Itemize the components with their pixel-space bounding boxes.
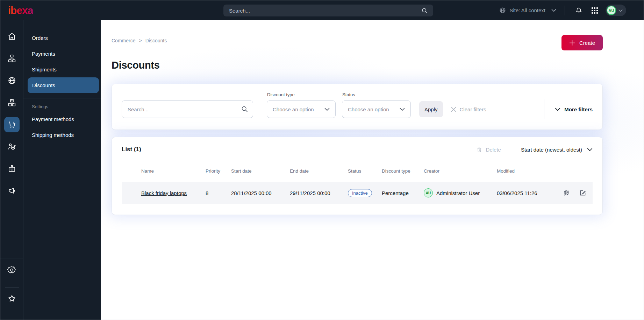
cell-modified: 03/06/2025 11:26 bbox=[497, 190, 553, 196]
clear-filters-button[interactable]: Clear filters bbox=[451, 106, 486, 112]
col-status: Status bbox=[348, 168, 382, 174]
chevron-down-icon bbox=[400, 107, 405, 111]
filters-bar: Discount type Choose an option Status Ch… bbox=[112, 84, 603, 130]
breadcrumb-commerce[interactable]: Commerce bbox=[112, 38, 135, 43]
discount-type-label: Discount type bbox=[267, 92, 295, 97]
col-modified: Modified bbox=[497, 168, 553, 174]
sidebar-item-home[interactable] bbox=[4, 29, 20, 44]
trash-icon bbox=[476, 146, 482, 153]
site-selector-label: Site: All context bbox=[509, 7, 545, 13]
ibexa-logo[interactable]: ibexa bbox=[8, 5, 33, 16]
status-label: Status bbox=[342, 92, 355, 97]
submenu-settings-label: Settings bbox=[23, 101, 101, 111]
status-value: Choose an option bbox=[348, 106, 389, 112]
filter-divider bbox=[260, 100, 260, 118]
app-grid-icon[interactable] bbox=[589, 5, 600, 16]
sidebar-item-customers[interactable] bbox=[4, 139, 20, 154]
submenu-item-shipments[interactable]: Shipments bbox=[23, 62, 101, 77]
iconbar-bottom bbox=[0, 258, 23, 320]
create-button[interactable]: Create bbox=[561, 35, 603, 50]
submenu-item-payment-methods[interactable]: Payment methods bbox=[23, 111, 101, 127]
list-title: List (1) bbox=[122, 146, 141, 153]
iconbar-divider-short bbox=[5, 287, 19, 288]
chevron-down-icon bbox=[324, 107, 330, 111]
sidebar-item-content-tree[interactable] bbox=[4, 51, 20, 66]
user-avatar: AU bbox=[607, 6, 616, 15]
table-row: Black friday laptops 8 28/11/2025 00:00 … bbox=[122, 182, 593, 204]
filter-search bbox=[122, 100, 253, 118]
col-start-date: Start date bbox=[231, 168, 290, 174]
sidebar-item-bookmarks[interactable] bbox=[4, 292, 20, 305]
cell-end-date: 29/11/2025 00:00 bbox=[290, 190, 348, 196]
sidebar-item-commerce[interactable] bbox=[4, 117, 20, 132]
globe-icon bbox=[499, 7, 506, 14]
discount-type-value: Choose an option bbox=[273, 106, 314, 112]
col-name: Name bbox=[141, 168, 206, 174]
topbar-right: Site: All context AU bbox=[499, 5, 626, 16]
submenu-divider bbox=[23, 98, 101, 98]
chevron-down-icon bbox=[555, 107, 560, 111]
discounts-list: List (1) Delete Start date (newest, olde… bbox=[112, 137, 603, 215]
chevron-down-icon bbox=[551, 9, 556, 12]
apply-button[interactable]: Apply bbox=[419, 101, 443, 117]
create-button-label: Create bbox=[579, 40, 595, 46]
edit-icon[interactable] bbox=[579, 189, 586, 197]
breadcrumb-current: Discounts bbox=[145, 38, 167, 43]
iconbar-divider bbox=[0, 258, 23, 258]
col-end-date: End date bbox=[290, 168, 348, 174]
status-select[interactable]: Choose an option bbox=[342, 100, 411, 118]
plus-icon bbox=[569, 40, 575, 46]
main-content: Commerce > Discounts Create Discounts bbox=[101, 20, 644, 320]
preview-disabled-icon[interactable] bbox=[563, 189, 570, 197]
discount-name-link[interactable]: Black friday laptops bbox=[141, 190, 187, 196]
topbar: ibexa Site: All context bbox=[0, 0, 644, 20]
sidebar-item-site[interactable] bbox=[4, 73, 20, 88]
topbar-divider bbox=[565, 6, 565, 15]
col-priority: Priority bbox=[206, 168, 231, 174]
more-filters-button[interactable]: More filters bbox=[555, 106, 593, 112]
cell-start-date: 28/11/2025 00:00 bbox=[231, 190, 290, 196]
breadcrumb-separator: > bbox=[139, 38, 142, 43]
delete-button[interactable]: Delete bbox=[476, 146, 501, 153]
more-filters: More filters bbox=[544, 99, 593, 119]
cell-creator: Administrator User bbox=[436, 190, 480, 196]
filter-discount-type: Discount type Choose an option bbox=[267, 100, 336, 118]
list-head-divider bbox=[511, 142, 511, 156]
more-filters-label: More filters bbox=[564, 106, 593, 112]
discounts-table: Name Priority Start date End date Status… bbox=[122, 162, 593, 204]
col-discount-type: Discount type bbox=[382, 168, 424, 174]
creator-avatar: AU bbox=[424, 188, 433, 197]
cell-discount-type: Percentage bbox=[382, 190, 424, 196]
sidebar-item-corporate[interactable] bbox=[4, 161, 20, 176]
global-search bbox=[223, 5, 433, 16]
app-window: ibexa Site: All context bbox=[0, 0, 644, 320]
search-icon[interactable] bbox=[241, 105, 248, 114]
search-icon[interactable] bbox=[421, 7, 428, 14]
submenu-item-shipping-methods[interactable]: Shipping methods bbox=[23, 127, 101, 143]
chevron-down-icon bbox=[618, 9, 623, 12]
status-badge: Inactive bbox=[348, 189, 372, 197]
breadcrumb: Commerce > Discounts bbox=[112, 35, 167, 43]
clear-filters-label: Clear filters bbox=[460, 106, 486, 112]
submenu-item-payments[interactable]: Payments bbox=[23, 46, 101, 62]
sidebar-item-products[interactable] bbox=[4, 95, 20, 110]
filter-search-input[interactable] bbox=[122, 100, 253, 118]
submenu-item-discounts[interactable]: Discounts bbox=[28, 77, 99, 93]
col-creator: Creator bbox=[424, 168, 497, 174]
sort-select[interactable]: Start date (newest, oldest) bbox=[521, 147, 593, 153]
user-menu[interactable]: AU bbox=[606, 5, 626, 16]
sidebar-item-admin-settings[interactable] bbox=[4, 263, 20, 277]
site-context-selector[interactable]: Site: All context bbox=[499, 7, 556, 14]
commerce-submenu: Orders Payments Shipments Discounts Sett… bbox=[23, 20, 101, 320]
chevron-down-icon bbox=[587, 148, 593, 151]
cell-priority: 8 bbox=[206, 190, 231, 196]
submenu-item-orders[interactable]: Orders bbox=[23, 30, 101, 46]
global-search-input[interactable] bbox=[229, 8, 421, 14]
table-header-row: Name Priority Start date End date Status… bbox=[122, 162, 593, 180]
main-nav-iconbar bbox=[0, 20, 23, 320]
discount-type-select[interactable]: Choose an option bbox=[267, 100, 336, 118]
notifications-bell-icon[interactable] bbox=[573, 5, 584, 16]
sidebar-item-marketing[interactable] bbox=[4, 183, 20, 199]
more-filters-divider bbox=[544, 99, 544, 119]
close-icon bbox=[451, 106, 457, 112]
